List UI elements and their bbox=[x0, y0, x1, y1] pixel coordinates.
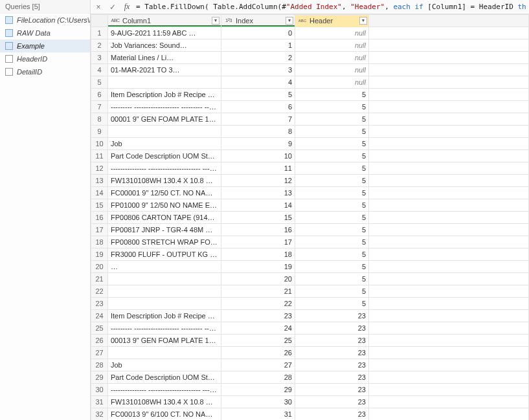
cell-column1[interactable]: Item Description Job # Recipe … bbox=[108, 310, 221, 322]
table-row[interactable]: 15FP01000 9" 12/50 NO NAME EA 1…145 bbox=[91, 199, 529, 212]
cell-column1[interactable]: Job Variances: Sound… bbox=[108, 39, 221, 52]
cell-index[interactable]: 8 bbox=[221, 126, 295, 138]
cell-column1[interactable]: FW1310108WH 130.4 X 10.8 WHITE KG … bbox=[108, 396, 221, 408]
column-header-column1[interactable]: Column1▾ bbox=[108, 15, 221, 27]
datatype-icon[interactable] bbox=[224, 17, 233, 25]
table-row[interactable]: 2600013 9" GEN FOAM PLATE 193305 000…252… bbox=[91, 335, 529, 347]
table-row[interactable]: 25--------- ------------------- --------… bbox=[91, 322, 529, 335]
cell-column1[interactable] bbox=[108, 347, 221, 359]
cell-header[interactable]: 5 bbox=[295, 261, 369, 273]
row-number[interactable]: 10 bbox=[91, 138, 108, 150]
cell-header[interactable]: 23 bbox=[295, 396, 369, 408]
datatype-icon[interactable] bbox=[298, 17, 307, 25]
cell-index[interactable]: 11 bbox=[221, 162, 295, 175]
column-filter-dropdown[interactable]: ▾ bbox=[359, 17, 367, 25]
row-number[interactable]: 19 bbox=[91, 249, 108, 261]
cell-index[interactable]: 6 bbox=[221, 101, 295, 113]
column-filter-dropdown[interactable]: ▾ bbox=[212, 17, 219, 25]
table-row[interactable]: 23225 bbox=[91, 298, 529, 310]
table-row[interactable]: 19FR3000 FLUFF - OUTPUT KG 22…185 bbox=[91, 249, 529, 261]
row-number[interactable]: 17 bbox=[91, 224, 108, 236]
cell-header[interactable]: 5 bbox=[295, 89, 369, 101]
cell-header[interactable]: 5 bbox=[295, 187, 369, 199]
cell-index[interactable]: 25 bbox=[221, 335, 295, 347]
cell-index[interactable]: 21 bbox=[221, 285, 295, 298]
table-row[interactable]: 18FP00800 STRETCH WRAP FOR AUTOMATI …175 bbox=[91, 236, 529, 249]
cell-column1[interactable]: --------------- ---------------------- -… bbox=[108, 162, 221, 175]
table-row[interactable]: 985 bbox=[91, 126, 529, 138]
query-item[interactable]: HeaderID bbox=[0, 52, 90, 65]
table-row[interactable]: 2 Job Variances: Sound…1null bbox=[91, 39, 529, 52]
row-number[interactable]: 20 bbox=[91, 261, 108, 273]
table-row[interactable]: 7--------- ------------------- ---------… bbox=[91, 101, 529, 113]
cell-column1[interactable]: FP01000 9" 12/50 NO NAME EA 1… bbox=[108, 199, 221, 212]
cell-column1[interactable]: 9-AUG-2021 11:59 ABC … bbox=[108, 27, 221, 39]
cell-index[interactable]: 26 bbox=[221, 347, 295, 359]
table-row[interactable]: 29Part Code Description UOM Std I…2823 bbox=[91, 371, 529, 384]
table-row[interactable]: 20 …195 bbox=[91, 261, 529, 273]
row-number[interactable]: 31 bbox=[91, 396, 108, 408]
cell-header[interactable]: 23 bbox=[295, 310, 369, 322]
cell-header[interactable]: null bbox=[295, 27, 369, 39]
column-filter-dropdown[interactable]: ▾ bbox=[286, 17, 293, 25]
row-number[interactable]: 15 bbox=[91, 199, 108, 212]
cell-index[interactable]: 30 bbox=[221, 396, 295, 408]
cell-column1[interactable]: Item Description Job # Recipe … bbox=[108, 89, 221, 101]
row-number[interactable]: 13 bbox=[91, 175, 108, 187]
formula-text[interactable]: = Table.FillDown( Table.AddColumn(#"Adde… bbox=[136, 3, 526, 11]
table-row[interactable]: 272623 bbox=[91, 347, 529, 359]
table-row[interactable]: 32FC00013 9" 6/100 CT. NO NAME LBL EA …3… bbox=[91, 408, 529, 421]
row-number[interactable]: 24 bbox=[91, 310, 108, 322]
table-row[interactable]: 800001 9" GEN FOAM PLATE 193309 000…75 bbox=[91, 113, 529, 126]
table-row[interactable]: 31FW1310108WH 130.4 X 10.8 WHITE KG …302… bbox=[91, 396, 529, 408]
cell-index[interactable]: 13 bbox=[221, 187, 295, 199]
cell-index[interactable]: 7 bbox=[221, 113, 295, 126]
cell-header[interactable]: 5 bbox=[295, 113, 369, 126]
cell-index[interactable]: 3 bbox=[221, 64, 295, 76]
query-item[interactable]: RAW Data bbox=[0, 27, 90, 39]
cell-index[interactable]: 29 bbox=[221, 384, 295, 396]
row-number[interactable]: 16 bbox=[91, 212, 108, 224]
query-item[interactable]: FileLocation (C:\Users\lisde… bbox=[0, 14, 90, 27]
cell-column1[interactable]: FP00806 CARTON TAPE (914m) MTR … bbox=[108, 212, 221, 224]
cell-index[interactable]: 23 bbox=[221, 310, 295, 322]
row-number[interactable]: 9 bbox=[91, 126, 108, 138]
cell-header[interactable]: 23 bbox=[295, 384, 369, 396]
table-row[interactable]: 4 01-MAR-2021 TO 3…3null bbox=[91, 64, 529, 76]
cell-header[interactable]: null bbox=[295, 52, 369, 64]
cell-header[interactable]: 5 bbox=[295, 162, 369, 175]
cell-column1[interactable]: FC00001 9" 12/50 CT. NO NAME EA … bbox=[108, 187, 221, 199]
cell-index[interactable]: 10 bbox=[221, 150, 295, 162]
column-header-header[interactable]: Header▾ bbox=[295, 15, 369, 27]
cell-column1[interactable]: Job bbox=[108, 138, 221, 150]
row-number[interactable]: 27 bbox=[91, 347, 108, 359]
table-row[interactable]: 22215 bbox=[91, 285, 529, 298]
table-row[interactable]: 24Item Description Job # Recipe …2323 bbox=[91, 310, 529, 322]
cell-column1[interactable] bbox=[108, 298, 221, 310]
cell-index[interactable]: 12 bbox=[221, 175, 295, 187]
row-number[interactable]: 29 bbox=[91, 371, 108, 384]
cell-header[interactable]: 5 bbox=[295, 175, 369, 187]
cell-index[interactable]: 15 bbox=[221, 212, 295, 224]
cell-column1[interactable]: FP00817 JNRP - TGR-4 48M WHITE EA … bbox=[108, 224, 221, 236]
cell-header[interactable]: null bbox=[295, 64, 369, 76]
cell-header[interactable]: 5 bbox=[295, 273, 369, 285]
query-item[interactable]: Example bbox=[0, 39, 90, 52]
table-row[interactable]: 11Part Code Description UOM Std I…105 bbox=[91, 150, 529, 162]
cell-column1[interactable]: FP00800 STRETCH WRAP FOR AUTOMATI … bbox=[108, 236, 221, 249]
datatype-icon[interactable] bbox=[111, 17, 120, 25]
cell-header[interactable]: null bbox=[295, 76, 369, 89]
cell-index[interactable]: 22 bbox=[221, 298, 295, 310]
cell-index[interactable]: 2 bbox=[221, 52, 295, 64]
table-row[interactable]: 13FW1310108WH 130.4 X 10.8 WHITE KG …125 bbox=[91, 175, 529, 187]
cell-header[interactable]: 23 bbox=[295, 347, 369, 359]
table-row[interactable]: 6Item Description Job # Recipe …55 bbox=[91, 89, 529, 101]
cell-index[interactable]: 27 bbox=[221, 359, 295, 371]
cell-column1[interactable]: … bbox=[108, 261, 221, 273]
cell-index[interactable]: 0 bbox=[221, 27, 295, 39]
cell-index[interactable]: 24 bbox=[221, 322, 295, 335]
cell-header[interactable]: 5 bbox=[295, 199, 369, 212]
table-row[interactable]: 19-AUG-2021 11:59 ABC …0null bbox=[91, 27, 529, 39]
cell-index[interactable]: 5 bbox=[221, 89, 295, 101]
cell-index[interactable]: 4 bbox=[221, 76, 295, 89]
